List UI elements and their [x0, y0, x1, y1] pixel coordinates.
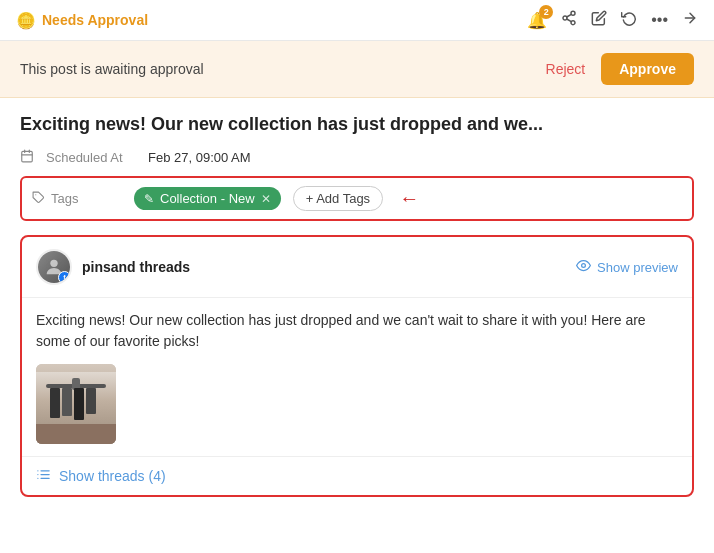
refresh-icon[interactable]	[621, 10, 637, 30]
svg-point-12	[582, 264, 586, 268]
author-name: pinsand threads	[82, 259, 190, 275]
status-label: Needs Approval	[42, 12, 148, 28]
scheduled-value: Feb 27, 09:00 AM	[148, 150, 251, 165]
tags-label: Tags	[32, 191, 122, 207]
tag-chip-label: Collection - New	[160, 191, 255, 206]
arrow-indicator: ←	[399, 187, 419, 210]
main-content: Exciting news! Our new collection has ju…	[0, 98, 714, 513]
reject-button[interactable]: Reject	[546, 61, 586, 77]
tag-icon	[32, 191, 45, 207]
tags-row: Tags ✎ Collection - New ✕ + Add Tags ←	[20, 176, 694, 221]
post-author: f pinsand threads	[36, 249, 190, 285]
svg-rect-6	[22, 151, 33, 162]
add-tags-button[interactable]: + Add Tags	[293, 186, 383, 211]
eye-icon	[576, 258, 591, 276]
scheduled-row: Scheduled At Feb 27, 09:00 AM	[20, 149, 694, 166]
calendar-icon	[20, 149, 34, 166]
stamp-icon: 🪙	[16, 11, 36, 30]
facebook-icon: f	[63, 274, 65, 281]
post-image	[36, 364, 116, 444]
show-preview-button[interactable]: Show preview	[576, 258, 678, 276]
approval-message: This post is awaiting approval	[20, 61, 204, 77]
avatar: f	[36, 249, 72, 285]
show-threads-label: Show threads (4)	[59, 468, 166, 484]
approve-button[interactable]: Approve	[601, 53, 694, 85]
banner-actions: Reject Approve	[546, 53, 694, 85]
approval-banner: This post is awaiting approval Reject Ap…	[0, 41, 714, 98]
post-body: Exciting news! Our new collection has ju…	[22, 298, 692, 456]
post-text: Exciting news! Our new collection has ju…	[36, 310, 678, 352]
post-card-footer: Show threads (4)	[22, 456, 692, 495]
edit-icon[interactable]	[591, 10, 607, 30]
top-actions: 🔔 2 •••	[527, 10, 698, 30]
forward-icon[interactable]	[682, 10, 698, 30]
show-preview-label: Show preview	[597, 260, 678, 275]
notification-badge: 2	[539, 5, 553, 19]
post-card-header: f pinsand threads Show preview	[22, 237, 692, 298]
tag-remove-button[interactable]: ✕	[261, 192, 271, 206]
social-badge: f	[58, 271, 71, 284]
scheduled-label: Scheduled At	[46, 150, 136, 165]
show-threads-button[interactable]: Show threads (4)	[36, 467, 166, 485]
svg-line-3	[567, 19, 572, 22]
top-bar: 🪙 Needs Approval 🔔 2 •••	[0, 0, 714, 41]
image-inner	[36, 364, 116, 444]
share-icon[interactable]	[561, 10, 577, 30]
svg-line-4	[567, 14, 572, 17]
svg-point-11	[50, 260, 57, 267]
post-title: Exciting news! Our new collection has ju…	[20, 114, 694, 135]
threads-icon	[36, 467, 51, 485]
post-card: f pinsand threads Show preview Exciting …	[20, 235, 694, 497]
more-icon[interactable]: •••	[651, 11, 668, 29]
tag-chip-icon: ✎	[144, 192, 154, 206]
collection-new-tag[interactable]: ✎ Collection - New ✕	[134, 187, 281, 210]
image-background	[36, 364, 116, 444]
notifications-icon[interactable]: 🔔 2	[527, 11, 547, 30]
needs-approval-status: 🪙 Needs Approval	[16, 11, 148, 30]
